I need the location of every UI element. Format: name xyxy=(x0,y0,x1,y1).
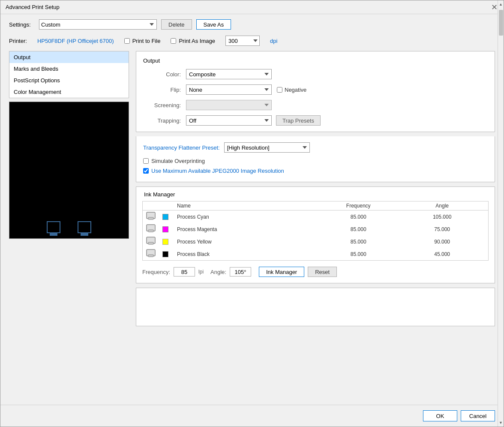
col-name-header: Name xyxy=(174,201,312,210)
ink-row-yellow[interactable]: Process Yellow 85.000 90.000 xyxy=(143,235,489,248)
use-jpeg-checkbox[interactable] xyxy=(143,168,149,174)
titlebar: Advanced Print Setup ✕ xyxy=(0,0,504,14)
flip-row: Flip: None Horizontal Vertical Both Nega… xyxy=(143,84,488,95)
trapping-row: Trapping: Off On Trap Presets xyxy=(143,115,488,126)
ink-manager-button[interactable]: Ink Manager xyxy=(259,267,304,277)
settings-label: Settings: xyxy=(9,21,35,28)
ink-row-magenta[interactable]: Process Magenta 85.000 75.000 xyxy=(143,223,489,235)
ink-freq-cyan: 85.000 xyxy=(312,210,405,223)
ink-swatch-yellow xyxy=(159,235,174,248)
color-label: Color: xyxy=(143,71,186,78)
ink-angle-black: 45.000 xyxy=(405,248,480,261)
scrollbar-thumb[interactable] xyxy=(499,10,503,36)
cancel-button[interactable]: Cancel xyxy=(461,410,495,421)
info-box xyxy=(136,288,495,326)
ink-swatch-cyan xyxy=(159,210,174,223)
right-panel: Output Color: Composite Separations In-R… xyxy=(136,51,495,326)
negative-checkbox-label[interactable]: Negative xyxy=(277,87,306,93)
col-swatch xyxy=(159,201,174,210)
ink-icon-yellow xyxy=(143,235,159,248)
print-to-file-group: Print to File xyxy=(124,38,161,44)
svg-rect-1 xyxy=(148,217,153,220)
scroll-up-arrow[interactable]: ▲ xyxy=(498,0,504,8)
preview-icons xyxy=(47,221,91,233)
footer: OK Cancel xyxy=(0,405,504,427)
dialog-title: Advanced Print Setup xyxy=(6,4,60,10)
frequency-label: Frequency: xyxy=(142,269,170,275)
scroll-down-arrow[interactable]: ▼ xyxy=(498,419,504,427)
ink-icon-magenta xyxy=(143,223,159,235)
dpi-select[interactable]: 300 72 96 150 600 1200 2400 xyxy=(225,36,260,46)
svg-rect-7 xyxy=(148,255,153,257)
trapping-label: Trapping: xyxy=(143,117,186,124)
delete-button[interactable]: Delete xyxy=(161,19,192,30)
ink-manager-section: Ink Manager Name Frequency Angle xyxy=(136,186,495,283)
ink-table: Name Frequency Angle xyxy=(142,201,489,261)
ink-manager-title: Ink Manager xyxy=(142,191,489,198)
save-as-button[interactable]: Save As xyxy=(196,19,231,30)
nav-item-postscript-options[interactable]: PostScript Options xyxy=(9,75,129,86)
ink-name-cyan: Process Cyan xyxy=(174,210,312,223)
main-layout: Output Marks and Bleeds PostScript Optio… xyxy=(9,51,495,326)
ink-icon-cyan xyxy=(143,210,159,223)
transparency-select[interactable]: [High Resolution] [Medium Resolution] [L… xyxy=(224,142,310,153)
angle-input[interactable]: 105° xyxy=(230,267,251,277)
svg-rect-5 xyxy=(148,242,153,244)
simulate-overprinting-checkbox[interactable] xyxy=(143,158,149,164)
freq-angle-row: Frequency: 85 lpi Angle: 105° Ink Manage… xyxy=(142,265,489,279)
flip-select[interactable]: None Horizontal Vertical Both xyxy=(186,84,272,95)
col-icon xyxy=(143,201,159,210)
col-extra xyxy=(480,201,489,210)
transparency-section: Transparency Flattener Preset: [High Res… xyxy=(136,136,495,182)
use-jpeg-label[interactable]: Use Maximum Available JPEG2000 Image Res… xyxy=(151,168,284,174)
print-to-file-label[interactable]: Print to File xyxy=(132,38,161,44)
ink-freq-black: 85.000 xyxy=(312,248,405,261)
col-frequency-header: Frequency xyxy=(312,201,405,210)
ink-icon-black xyxy=(143,248,159,261)
preview-box xyxy=(9,102,129,239)
ink-name-yellow: Process Yellow xyxy=(174,235,312,248)
nav-item-marks-and-bleeds[interactable]: Marks and Bleeds xyxy=(9,63,129,75)
print-as-image-label[interactable]: Print As Image xyxy=(179,38,215,44)
flip-label: Flip: xyxy=(143,87,186,93)
settings-row: Settings: Custom Delete Save As xyxy=(9,19,495,30)
settings-select[interactable]: Custom xyxy=(39,19,157,30)
simulate-overprinting-label[interactable]: Simulate Overprinting xyxy=(151,158,205,164)
preview-icon-right xyxy=(78,221,91,233)
negative-checkbox[interactable] xyxy=(277,87,282,93)
ink-freq-magenta: 85.000 xyxy=(312,223,405,235)
ink-row-cyan[interactable]: Process Cyan 85.000 105.000 xyxy=(143,210,489,223)
ink-name-black: Process Black xyxy=(174,248,312,261)
transparency-label: Transparency Flattener Preset: xyxy=(143,144,220,151)
screening-label: Screening: xyxy=(143,102,186,108)
output-section: Output Color: Composite Separations In-R… xyxy=(136,51,495,132)
reset-button[interactable]: Reset xyxy=(308,267,337,277)
simulate-overprinting-row: Simulate Overprinting xyxy=(140,158,491,164)
frequency-input[interactable]: 85 xyxy=(174,267,195,277)
nav-item-color-management[interactable]: Color Management xyxy=(9,86,129,98)
advanced-print-setup-dialog: Advanced Print Setup ✕ ▲ ▼ Settings: Cus… xyxy=(0,0,504,427)
frequency-unit: lpi xyxy=(198,269,204,275)
nav-list: Output Marks and Bleeds PostScript Optio… xyxy=(9,51,129,98)
ink-angle-cyan: 105.000 xyxy=(405,210,480,223)
trap-presets-button[interactable]: Trap Presets xyxy=(276,115,321,126)
angle-label: Angle: xyxy=(210,269,226,275)
dpi-label: dpi xyxy=(270,38,277,44)
trapping-select[interactable]: Off On xyxy=(186,115,272,126)
transparency-row: Transparency Flattener Preset: [High Res… xyxy=(140,142,491,153)
ok-button[interactable]: OK xyxy=(423,410,457,421)
output-section-title: Output xyxy=(143,57,488,64)
print-as-image-group: Print As Image xyxy=(171,38,215,44)
print-as-image-checkbox[interactable] xyxy=(171,38,176,44)
ink-name-magenta: Process Magenta xyxy=(174,223,312,235)
print-to-file-checkbox[interactable] xyxy=(124,38,130,44)
color-select[interactable]: Composite Separations In-RIP Separations xyxy=(186,69,272,79)
screening-row: Screening: xyxy=(143,100,488,110)
screening-select[interactable] xyxy=(186,100,272,110)
ink-angle-magenta: 75.000 xyxy=(405,223,480,235)
ink-angle-yellow: 90.000 xyxy=(405,235,480,248)
printer-row: Printer: HP50F8DF (HP Officejet 6700) Pr… xyxy=(9,36,495,46)
ink-row-black[interactable]: Process Black 85.000 45.000 xyxy=(143,248,489,261)
scrollbar[interactable]: ▲ ▼ xyxy=(498,0,504,427)
nav-item-output[interactable]: Output xyxy=(9,51,129,63)
